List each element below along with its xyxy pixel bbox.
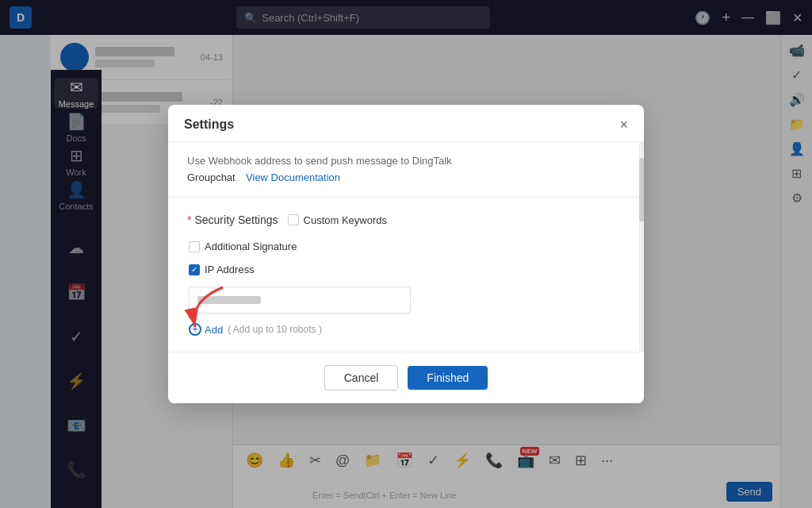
cancel-button[interactable]: Cancel [324,365,399,391]
dialog-header: Settings × [168,105,644,142]
add-hint: ( Add up to 10 robots ) [228,324,322,335]
add-button[interactable]: + Add [189,323,223,336]
groupchat-label: Groupchat [187,171,236,183]
dialog-title: Settings [184,117,234,132]
view-documentation-link[interactable]: View Documentation [246,171,340,183]
ip-value [197,296,261,304]
security-settings-row: * Security Settings Custom Keywords [187,214,625,226]
ip-address-label: IP Address [205,264,255,275]
additional-signature-row: Additional Signature [189,241,625,252]
dialog-body: Use Webhook address to send push message… [168,142,644,352]
custom-keywords-text: Custom Keywords [304,214,387,226]
ip-address-row: IP Address [189,264,625,275]
dialog-close-button[interactable]: × [619,117,628,132]
finished-button[interactable]: Finished [408,366,488,390]
ip-input-box[interactable] [189,287,411,314]
settings-dialog: Settings × Use Webhook address to send p… [168,105,644,403]
modal-overlay: Settings × Use Webhook address to send p… [0,0,812,508]
scrollbar-track[interactable] [639,142,644,352]
ip-address-checkbox[interactable] [189,264,200,275]
add-label: Add [205,324,223,336]
additional-signature-checkbox[interactable] [189,241,200,252]
groupchat-row: Groupchat View Documentation [187,170,625,184]
add-row: + Add ( Add up to 10 robots ) [189,323,322,336]
webhook-text: Use Webhook address to send push message… [187,155,625,167]
custom-keywords-checkbox[interactable] [288,214,299,225]
security-section: * Security Settings Custom Keywords Addi… [168,198,644,352]
dialog-footer: Cancel Finished [168,352,644,403]
custom-keywords-label[interactable]: Custom Keywords [288,214,387,226]
security-settings-label: Security Settings [194,214,278,226]
add-section: + Add ( Add up to 10 robots ) [187,323,322,336]
add-circle-icon: + [189,323,201,336]
additional-signature-label: Additional Signature [205,241,297,252]
dialog-top-section: Use Webhook address to send push message… [168,142,644,198]
scrollbar-thumb[interactable] [639,158,644,221]
required-star: * [187,214,191,226]
